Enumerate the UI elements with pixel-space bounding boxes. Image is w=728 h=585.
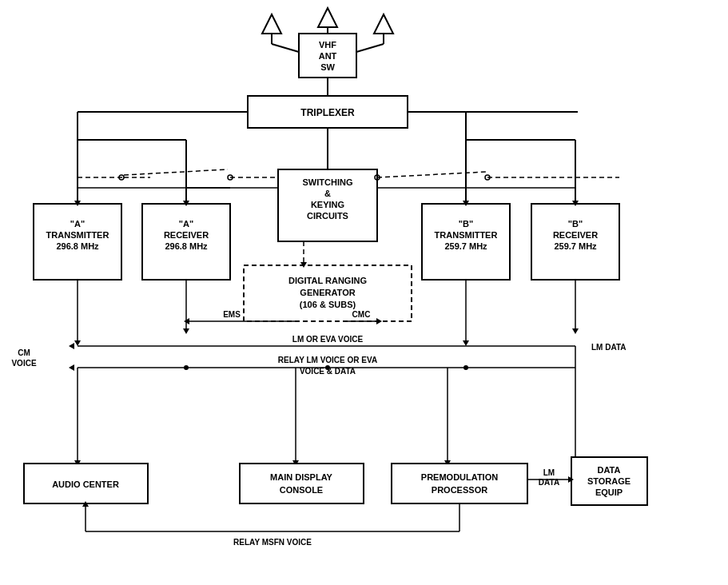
svg-line-34 [377,172,487,177]
b-transmitter-label: "B" [459,219,473,229]
svg-text:RECEIVER: RECEIVER [164,230,209,240]
svg-text:&: & [324,189,331,198]
data-storage-label: DATA [598,465,621,475]
svg-text:259.7 MHz: 259.7 MHz [554,241,597,251]
svg-text:CIRCUITS: CIRCUITS [307,211,348,221]
svg-text:KEYING: KEYING [311,200,344,209]
vhf-ant-sw-label: VHF [319,40,336,50]
diagram-svg: VHF ANT SW TRIPLEXER SWITCHING & KEYING … [0,0,728,585]
relay-lm-voice-label: RELAY LM VOICE OR EVA [278,356,377,364]
audio-center-label: AUDIO CENTER [52,480,119,489]
antenna-right-icon [374,14,393,34]
cmc-label: CMC [352,310,371,319]
svg-text:296.8 MHz: 296.8 MHz [165,241,208,251]
switching-keying-label: SWITCHING [303,177,353,187]
svg-text:EQUIP: EQUIP [595,488,623,497]
svg-text:PROCESSOR: PROCESSOR [432,485,487,495]
premod-label: PREMODULATION [421,472,498,482]
svg-text:DATA: DATA [539,478,559,487]
svg-text:TRANSMITTER: TRANSMITTER [46,230,109,240]
svg-text:STORAGE: STORAGE [587,476,631,486]
svg-text:CONSOLE: CONSOLE [280,485,323,495]
svg-text:VOICE: VOICE [11,359,36,368]
svg-text:259.7 MHz: 259.7 MHz [444,241,487,251]
svg-marker-64 [572,328,579,334]
ems-label: EMS [223,310,241,319]
relay-msfn-label: RELAY MSFN VOICE [233,538,312,547]
svg-text:(106 & SUBS): (106 & SUBS) [300,300,356,309]
svg-marker-68 [69,364,74,371]
svg-line-5 [356,44,384,52]
svg-line-30 [124,169,228,175]
svg-marker-62 [463,340,469,346]
triplexer-label: TRIPLEXER [300,107,355,118]
svg-rect-85 [392,464,527,503]
svg-marker-66 [69,343,74,349]
block-diagram: VHF ANT SW TRIPLEXER SWITCHING & KEYING … [0,0,728,585]
antenna-left-icon [262,14,281,34]
svg-text:ANT: ANT [319,51,337,61]
main-display-label: MAIN DISPLAY [270,472,332,482]
lm-data-label: LM [543,468,555,477]
svg-text:SW: SW [320,62,335,72]
svg-point-72 [463,365,468,370]
svg-point-71 [325,365,330,370]
antenna-middle-icon [318,8,337,27]
svg-text:296.8 MHz: 296.8 MHz [56,241,99,251]
svg-marker-58 [74,340,81,346]
lm-data-top-label: LM DATA [591,343,627,352]
svg-text:GENERATOR: GENERATOR [300,288,355,297]
svg-text:RECEIVER: RECEIVER [553,230,598,240]
cm-voice-label: CM [18,348,30,357]
a-transmitter-label: "A" [70,219,85,229]
a-receiver-label: "A" [179,219,193,229]
lm-or-eva-voice-label: LM OR EVA VOICE [292,335,364,344]
svg-rect-83 [240,464,364,503]
svg-text:TRANSMITTER: TRANSMITTER [435,230,498,240]
b-receiver-label: "B" [568,219,583,229]
digital-ranging-label: DIGITAL RANGING [288,276,367,285]
svg-point-70 [184,365,189,370]
svg-marker-60 [183,328,189,334]
svg-line-3 [272,44,299,52]
